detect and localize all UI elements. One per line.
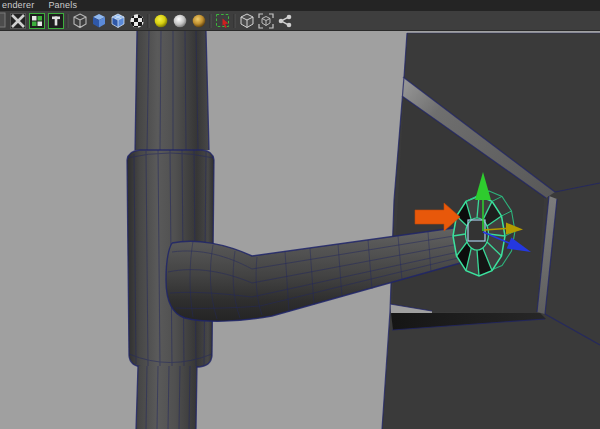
gate-mask-icon[interactable] (9, 12, 26, 29)
safe-title-icon[interactable] (47, 12, 64, 29)
xray-icon[interactable] (238, 12, 255, 29)
menu-renderer[interactable]: enderer (2, 0, 34, 11)
textured-mode-icon[interactable] (128, 12, 145, 29)
panel-toolbar (0, 11, 600, 31)
toolbar-separator (209, 14, 212, 28)
viewport-3d[interactable] (0, 31, 600, 429)
smooth-shade-icon[interactable] (90, 12, 107, 29)
wireframe-on-shaded-icon[interactable] (109, 12, 126, 29)
vertical-pipe[interactable] (127, 31, 214, 429)
wireframe-mode-icon[interactable] (71, 12, 88, 29)
ambient-occlusion-icon[interactable] (190, 12, 207, 29)
panel-menubar: enderer Panels (0, 0, 600, 11)
toolbar-separator (233, 14, 236, 28)
cropped-icon[interactable] (0, 12, 7, 29)
toolbar-separator (147, 14, 150, 28)
lights-icon[interactable] (152, 12, 169, 29)
shadows-icon[interactable] (171, 12, 188, 29)
maya-viewport-window: enderer Panels (0, 0, 600, 429)
field-chart-icon[interactable] (28, 12, 45, 29)
plugin-objects-icon[interactable] (276, 12, 293, 29)
isolate-select-icon[interactable] (214, 12, 231, 29)
menu-panels[interactable]: Panels (48, 0, 77, 11)
toolbar-separator (66, 14, 69, 28)
xray-active-components-icon[interactable] (257, 12, 274, 29)
